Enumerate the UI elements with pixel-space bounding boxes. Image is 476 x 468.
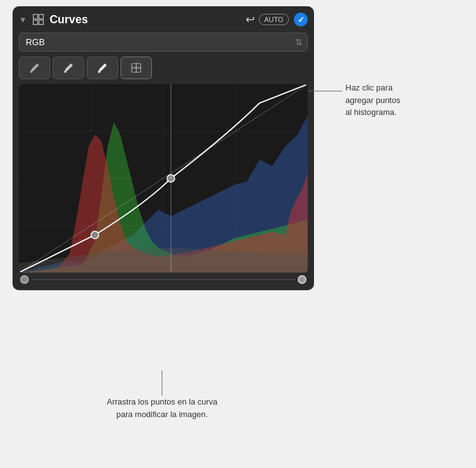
mid-eyedropper-button[interactable] — [53, 57, 84, 79]
white-eyedropper-icon — [96, 62, 109, 74]
histogram-svg — [19, 84, 308, 273]
svg-point-6 — [98, 70, 100, 73]
bottom-annotation-text: Arrastra los puntos en la curvapara modi… — [107, 396, 217, 420]
black-eyedropper-button[interactable] — [19, 57, 50, 79]
bottom-controls — [19, 275, 308, 284]
svg-point-17 — [91, 231, 99, 239]
svg-point-4 — [30, 70, 33, 73]
svg-rect-2 — [33, 20, 38, 24]
svg-rect-3 — [39, 20, 43, 24]
mid-eyedropper-icon — [62, 62, 75, 74]
header-row: ▼ Curves ↩ AUTO — [19, 13, 308, 26]
tools-row — [19, 57, 308, 79]
expand-arrow-icon[interactable]: ▼ — [19, 15, 27, 24]
main-container: ▼ Curves ↩ AUTO RGB Red Green Blue Lumin… — [0, 0, 476, 468]
black-point-slider[interactable] — [20, 275, 29, 284]
curves-panel: ▼ Curves ↩ AUTO RGB Red Green Blue Lumin… — [13, 6, 314, 290]
channel-select[interactable]: RGB Red Green Blue Luminance — [19, 33, 308, 52]
top-annotation-text: Haz clic paraagregar puntosal histograma… — [345, 82, 400, 119]
bottom-annotation: Arrastra los puntos en la curvapara modi… — [107, 371, 217, 420]
svg-point-5 — [64, 70, 67, 73]
black-eyedropper-icon — [28, 62, 41, 74]
annotation-line-bottom — [161, 371, 163, 396]
svg-rect-1 — [39, 14, 43, 19]
undo-button[interactable]: ↩ — [246, 13, 255, 26]
annotation-line-top — [308, 82, 345, 101]
svg-rect-0 — [33, 14, 38, 19]
top-annotation: Haz clic paraagregar puntosal histograma… — [308, 82, 400, 119]
add-point-button[interactable] — [121, 57, 152, 79]
confirm-button[interactable] — [294, 13, 308, 26]
histogram-area[interactable] — [19, 84, 308, 273]
white-eyedropper-button[interactable] — [87, 57, 118, 79]
rgb-selector-row: RGB Red Green Blue Luminance ⇅ — [19, 33, 308, 52]
panel-title: Curves — [50, 13, 246, 26]
crosshair-icon — [130, 62, 143, 74]
white-point-slider[interactable] — [298, 275, 306, 284]
rgb-select-container[interactable]: RGB Red Green Blue Luminance ⇅ — [19, 33, 308, 52]
grid-icon — [32, 13, 45, 26]
auto-button[interactable]: AUTO — [259, 14, 289, 25]
